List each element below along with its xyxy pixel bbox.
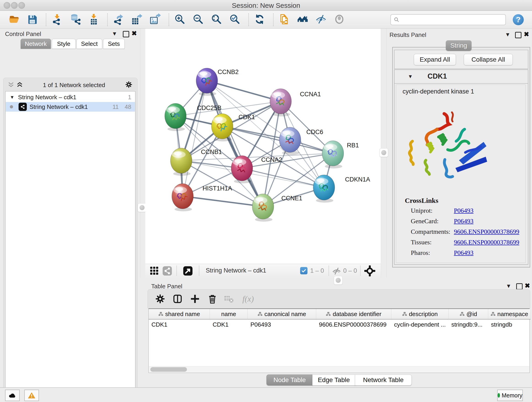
import-network-from-file-button[interactable] xyxy=(51,13,63,26)
table-panel-float-icon[interactable] xyxy=(516,283,523,290)
table-cell[interactable]: cyclin-dependent ... xyxy=(391,319,448,330)
results-panel-close-icon[interactable]: ✖ xyxy=(524,31,529,38)
tab-node-table[interactable]: Node Table xyxy=(266,375,313,385)
birds-eye-view-icon[interactable] xyxy=(364,265,375,277)
tab-sets[interactable]: Sets xyxy=(103,39,125,49)
results-panel-float-icon[interactable] xyxy=(515,32,521,38)
column-header--id[interactable]: @id xyxy=(449,309,488,319)
edge-HIST1H1A-CCNE1[interactable] xyxy=(183,196,263,206)
table-cell[interactable]: 9606.ENSP00000378699 xyxy=(316,319,391,330)
column-header-name[interactable]: name xyxy=(210,309,248,319)
tab-select[interactable]: Select xyxy=(76,39,102,49)
memory-button[interactable]: Memory xyxy=(497,390,523,401)
column-header-namespace[interactable]: namespace xyxy=(488,309,531,319)
import-string-network-button[interactable] xyxy=(278,13,291,26)
collapse-all-button[interactable]: Collapse All xyxy=(464,54,513,65)
warning-status-button[interactable] xyxy=(24,390,39,401)
add-column-icon[interactable] xyxy=(190,293,201,304)
open-session-button[interactable] xyxy=(8,13,20,26)
toolbar-separator xyxy=(248,13,249,26)
zoom-selected-button[interactable] xyxy=(229,13,241,26)
save-session-button[interactable] xyxy=(26,13,38,26)
help-button[interactable]: ? xyxy=(513,14,524,25)
protein-collapse-icon[interactable]: ▼ xyxy=(408,74,413,80)
node-HIST1H1A[interactable] xyxy=(172,184,193,211)
protein-section-header[interactable]: ▼ CDK1 xyxy=(394,70,528,84)
table-settings-gear-icon[interactable] xyxy=(155,293,166,304)
results-panel-collapse-icon[interactable]: ▼ xyxy=(505,32,510,37)
node-table[interactable]: shared namenamecanonical namedatabase id… xyxy=(148,308,530,373)
node-CCNB1[interactable] xyxy=(171,148,192,176)
crosslink-value-link[interactable]: P06493 xyxy=(454,249,474,256)
table-panel-close-icon[interactable]: ✖ xyxy=(525,282,530,289)
crosslink-value-link[interactable]: P06493 xyxy=(454,207,474,214)
network-row-selected[interactable]: String Network – cdk1 11 48 xyxy=(6,102,135,112)
network-graph[interactable]: CCNB2CCNA1CDC25BCDK1CDC6RB1CCNB1CCNA2CDK… xyxy=(145,29,381,264)
refresh-network-button[interactable] xyxy=(253,13,266,26)
table-horizontal-scrollbar[interactable] xyxy=(149,366,529,372)
table-cell[interactable]: CDK1 xyxy=(210,319,247,330)
control-panel-float-icon[interactable] xyxy=(123,31,129,37)
column-header-shared-name[interactable]: shared name xyxy=(149,309,210,319)
collection-expand-icon[interactable]: ▼ xyxy=(10,95,14,100)
string-network-icon xyxy=(19,103,27,111)
table-cell[interactable]: P06493 xyxy=(248,319,316,330)
expand-all-button[interactable]: Expand All xyxy=(414,54,456,65)
grid-view-icon[interactable] xyxy=(149,266,159,277)
column-header-database-identifier[interactable]: database identifier xyxy=(316,309,391,319)
export-network-button[interactable] xyxy=(112,13,125,26)
import-network-from-database-button[interactable] xyxy=(69,13,82,26)
table-cell[interactable]: stringdb xyxy=(488,319,530,330)
export-image-button[interactable] xyxy=(149,13,161,26)
tab-style[interactable]: Style xyxy=(52,39,76,49)
control-panel-close-icon[interactable]: ✖ xyxy=(132,30,137,37)
show-graphics-details-button[interactable] xyxy=(333,13,346,26)
import-table-from-file-button[interactable] xyxy=(88,13,100,26)
zoom-fit-button[interactable] xyxy=(210,13,223,26)
node-CDC25B[interactable] xyxy=(165,103,186,131)
detach-view-icon[interactable] xyxy=(183,266,193,277)
zoom-in-button[interactable] xyxy=(174,13,186,26)
results-panel: Results Panel ▼ ✖ Expand All Collapse Al… xyxy=(386,29,532,280)
node-CCNB2[interactable] xyxy=(196,68,218,96)
network-collection-row[interactable]: ▼ String Network – cdk1 1 xyxy=(6,92,135,102)
cloud-status-button[interactable] xyxy=(5,390,20,401)
search-box[interactable] xyxy=(390,14,506,25)
control-panel-collapse-icon[interactable]: ▼ xyxy=(112,31,117,36)
export-table-button[interactable] xyxy=(131,13,143,26)
node-label-HIST1H1A: HIST1H1A xyxy=(203,185,232,192)
collapse-all-icon[interactable] xyxy=(7,81,14,89)
node-CCNA1[interactable] xyxy=(270,89,291,116)
zoom-out-button[interactable] xyxy=(192,13,204,26)
node-RB1[interactable] xyxy=(322,141,344,168)
column-header-canonical-name[interactable]: canonical name xyxy=(248,309,316,319)
column-header-description[interactable]: description xyxy=(391,309,449,319)
network-view-canvas[interactable]: CCNB2CCNA1CDC25BCDK1CDC6RB1CCNB1CCNA2CDK… xyxy=(145,29,381,264)
show-columns-icon[interactable] xyxy=(172,293,183,304)
node-CDKN1A[interactable] xyxy=(313,175,335,203)
edge-CCNA2-CDKN1A[interactable] xyxy=(242,168,324,187)
table-panel: Table Panel ▼ ✖ f(x) shared namenamecano… xyxy=(145,282,532,387)
share-view-icon[interactable] xyxy=(162,266,172,277)
scrollbar-thumb[interactable] xyxy=(150,367,187,372)
hide-unselected-button[interactable] xyxy=(315,13,327,26)
crosslink-value-link[interactable]: 9606.ENSP00000378699 xyxy=(454,228,519,235)
table-cell[interactable]: CDK1 xyxy=(149,319,210,330)
string-results-tab[interactable]: String xyxy=(446,40,472,51)
selected-checkbox-icon[interactable] xyxy=(300,267,307,274)
delete-column-trash-icon[interactable] xyxy=(207,293,218,304)
search-input[interactable] xyxy=(401,15,505,24)
crosslink-value-link[interactable]: P06493 xyxy=(454,217,474,225)
node-CCNE1[interactable] xyxy=(252,194,274,222)
expand-all-icon[interactable] xyxy=(16,81,23,89)
tab-network-table[interactable]: Network Table xyxy=(355,375,412,385)
network-options-gear-icon[interactable] xyxy=(125,81,133,89)
table-panel-collapse-icon[interactable]: ▼ xyxy=(506,283,511,289)
edge-CCNB2-HIST1H1A[interactable] xyxy=(183,81,207,196)
tab-edge-table[interactable]: Edge Table xyxy=(312,375,355,385)
crosslink-value-link[interactable]: 9606.ENSP00000378699 xyxy=(454,239,519,246)
network-overview-button[interactable] xyxy=(297,13,309,26)
tab-network[interactable]: Network xyxy=(21,39,51,49)
left-panel-splitter[interactable] xyxy=(140,29,146,278)
table-cell[interactable]: stringdb:9... xyxy=(449,319,488,330)
